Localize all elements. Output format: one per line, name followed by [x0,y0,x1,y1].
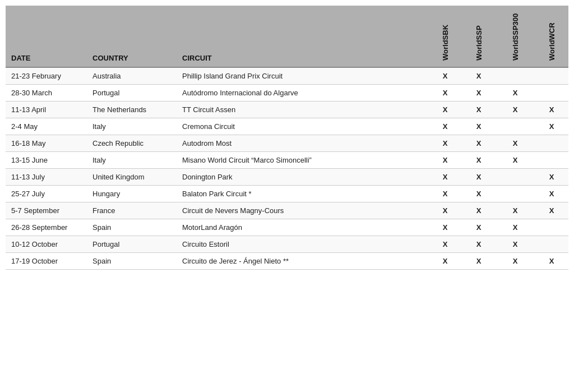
cell-wcr [535,152,568,169]
cell-ssp: X [462,186,496,202]
schedule-table-wrapper: DATE COUNTRY CIRCUIT WorldSBK WorldSSP W… [0,0,574,281]
cell-country: Portugal [87,85,177,102]
cell-circuit: TT Circuit Assen [177,102,428,118]
cell-sbk: X [428,202,462,219]
cell-date: 21-23 February [6,67,87,85]
cell-ssp300: X [496,236,535,253]
table-row: 16-18 MayCzech RepublicAutodrom MostXXX [6,135,568,152]
cell-wcr [535,67,568,85]
cell-wcr: X [535,202,568,219]
table-row: 5-7 SeptemberFranceCircuit de Nevers Mag… [6,202,568,219]
cell-sbk: X [428,118,462,135]
table-row: 25-27 JulyHungaryBalaton Park Circuit *X… [6,186,568,202]
cell-wcr: X [535,118,568,135]
header-worldsbk: WorldSBK [428,6,462,67]
cell-country: Hungary [87,186,177,202]
cell-sbk: X [428,253,462,270]
cell-date: 26-28 September [6,219,87,236]
cell-wcr: X [535,253,568,270]
cell-wcr [535,236,568,253]
cell-circuit: Circuito de Jerez - Ángel Nieto ** [177,253,428,270]
cell-ssp: X [462,67,496,85]
cell-date: 5-7 September [6,202,87,219]
cell-country: Italy [87,118,177,135]
cell-ssp300 [496,67,535,85]
cell-ssp: X [462,236,496,253]
cell-ssp: X [462,169,496,186]
header-country: COUNTRY [87,6,177,67]
cell-country: The Netherlands [87,102,177,118]
schedule-table: DATE COUNTRY CIRCUIT WorldSBK WorldSSP W… [6,6,568,270]
cell-country: Portugal [87,236,177,253]
cell-circuit: MotorLand Aragón [177,219,428,236]
cell-sbk: X [428,135,462,152]
header-circuit: CIRCUIT [177,6,428,67]
cell-sbk: X [428,219,462,236]
cell-sbk: X [428,152,462,169]
table-row: 2-4 MayItalyCremona CircuitXXX [6,118,568,135]
cell-circuit: Autódromo Internacional do Algarve [177,85,428,102]
cell-country: United Kingdom [87,169,177,186]
cell-ssp300: X [496,102,535,118]
cell-circuit: Circuit de Nevers Magny-Cours [177,202,428,219]
cell-date: 28-30 March [6,85,87,102]
cell-circuit: Circuito Estoril [177,236,428,253]
cell-wcr [535,85,568,102]
cell-date: 11-13 April [6,102,87,118]
table-row: 13-15 JuneItalyMisano World Circuit “Mar… [6,152,568,169]
cell-sbk: X [428,186,462,202]
cell-wcr: X [535,186,568,202]
cell-sbk: X [428,85,462,102]
cell-circuit: Autodrom Most [177,135,428,152]
table-row: 26-28 SeptemberSpainMotorLand AragónXXX [6,219,568,236]
cell-ssp300: X [496,253,535,270]
cell-circuit: Misano World Circuit “Marco Simoncelli” [177,152,428,169]
cell-circuit: Balaton Park Circuit * [177,186,428,202]
cell-ssp: X [462,135,496,152]
cell-country: Italy [87,152,177,169]
cell-date: 10-12 October [6,236,87,253]
cell-ssp: X [462,219,496,236]
header-date: DATE [6,6,87,67]
cell-ssp300 [496,169,535,186]
cell-ssp: X [462,152,496,169]
cell-country: Australia [87,67,177,85]
cell-date: 2-4 May [6,118,87,135]
cell-circuit: Cremona Circuit [177,118,428,135]
schedule-table-body: 21-23 FebruaryAustraliaPhillip Island Gr… [6,67,568,270]
cell-ssp300 [496,186,535,202]
cell-ssp300: X [496,219,535,236]
cell-ssp: X [462,102,496,118]
cell-ssp: X [462,202,496,219]
cell-sbk: X [428,236,462,253]
header-worldssp: WorldSSP [462,6,496,67]
table-row: 21-23 FebruaryAustraliaPhillip Island Gr… [6,67,568,85]
cell-ssp300: X [496,85,535,102]
table-row: 11-13 AprilThe NetherlandsTT Circuit Ass… [6,102,568,118]
cell-wcr [535,135,568,152]
table-row: 17-19 OctoberSpainCircuito de Jerez - Án… [6,253,568,270]
cell-country: France [87,202,177,219]
cell-date: 16-18 May [6,135,87,152]
cell-ssp300 [496,118,535,135]
cell-country: Spain [87,253,177,270]
cell-ssp: X [462,118,496,135]
cell-ssp: X [462,85,496,102]
cell-date: 13-15 June [6,152,87,169]
cell-wcr: X [535,102,568,118]
header-worldwcr: WorldWCR [535,6,568,67]
cell-circuit: Phillip Island Grand Prix Circuit [177,67,428,85]
cell-date: 11-13 July [6,169,87,186]
cell-ssp: X [462,253,496,270]
cell-sbk: X [428,67,462,85]
cell-ssp300: X [496,152,535,169]
cell-wcr: X [535,169,568,186]
cell-ssp300: X [496,135,535,152]
header-worldssp300: WorldSSP300 [496,6,535,67]
cell-sbk: X [428,102,462,118]
cell-circuit: Donington Park [177,169,428,186]
table-row: 10-12 OctoberPortugalCircuito EstorilXXX [6,236,568,253]
cell-date: 17-19 October [6,253,87,270]
table-row: 11-13 JulyUnited KingdomDonington ParkXX… [6,169,568,186]
cell-ssp300: X [496,202,535,219]
